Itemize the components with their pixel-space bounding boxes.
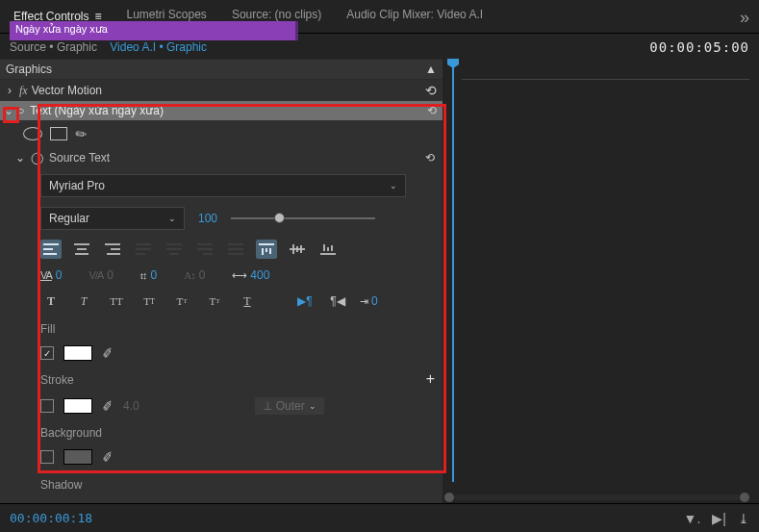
eyedropper-icon[interactable]: ✐ — [101, 397, 115, 415]
row-vector-motion[interactable]: › fx Vector Motion ⟲ — [0, 79, 443, 101]
underline-button[interactable]: T — [237, 291, 258, 311]
ruler-timecode: 00:00:05:00 — [649, 39, 749, 55]
leading-field[interactable]: A↕ 0 — [184, 268, 205, 282]
baseline-field[interactable]: t↕ 0 — [140, 268, 157, 282]
chevron-down-icon: ⌄ — [390, 181, 397, 190]
allcaps-button[interactable]: TT — [106, 291, 127, 311]
reset-icon[interactable]: ⟲ — [427, 104, 437, 117]
tsume-field[interactable]: ⟷ 400 — [232, 268, 269, 282]
export-icon[interactable]: ⤓ — [738, 511, 749, 526]
current-timecode[interactable]: 00:00:00:18 — [10, 511, 92, 525]
stroke-checkbox[interactable] — [40, 399, 54, 413]
source-label: Source — [10, 40, 46, 54]
justify-center-button[interactable] — [164, 240, 185, 259]
collapse-up-icon[interactable]: ▲ — [425, 63, 437, 76]
subscript-button[interactable]: TT — [204, 291, 225, 311]
ellipse-mask-icon[interactable] — [23, 127, 42, 140]
background-section-label: Background — [40, 426, 435, 440]
italic-button[interactable]: T — [73, 291, 94, 311]
valign-center-button[interactable] — [287, 240, 308, 259]
align-right-button[interactable] — [102, 240, 123, 259]
pen-mask-icon[interactable]: ✎ — [71, 124, 89, 143]
justify-left-button[interactable] — [133, 240, 154, 259]
valign-bottom-button[interactable] — [317, 240, 339, 259]
panel-overflow-icon[interactable]: » — [740, 13, 749, 22]
collapse-caret-icon[interactable]: ⌄ — [4, 104, 12, 117]
font-family-dropdown[interactable]: Myriad Pro⌄ — [40, 174, 406, 197]
stroke-swatch[interactable] — [63, 398, 92, 414]
sequence-name[interactable]: Video A.I — [110, 40, 156, 54]
filter-icon[interactable]: ▼. — [684, 511, 701, 526]
text-properties-panel: ✎ ⌄ ◯ Source Text ⟲ Myriad Pro⌄ Regular⌄… — [0, 120, 443, 511]
superscript-button[interactable]: TT — [171, 291, 192, 311]
stroke-width-value[interactable]: 4.0 — [123, 399, 139, 413]
row-text-effect[interactable]: ⌄ ○ Text (Ngày xửa ngày xưa) ⟲ — [0, 101, 443, 120]
background-checkbox[interactable] — [40, 450, 54, 464]
font-style-dropdown[interactable]: Regular⌄ — [40, 207, 185, 230]
font-size-slider[interactable] — [231, 217, 375, 219]
collapse-caret-icon[interactable]: ⌄ — [15, 151, 23, 165]
keyframe-nav-icon[interactable]: ▶| — [712, 511, 726, 526]
text-effect-label: Text (Ngày xửa ngày xưa) — [30, 104, 164, 117]
stroke-mode-dropdown[interactable]: ⊥Outer⌄ — [255, 397, 324, 415]
rect-mask-icon[interactable] — [50, 127, 67, 140]
align-row — [40, 240, 435, 259]
playhead-handle-icon[interactable] — [447, 59, 459, 68]
fx-badge-icon: fx — [19, 84, 28, 98]
ltr-button[interactable]: ▶¶ — [294, 291, 316, 311]
timeline-zoom-scrollbar[interactable] — [444, 492, 749, 503]
smallcaps-button[interactable]: TT — [139, 291, 160, 311]
add-stroke-button[interactable]: + — [426, 370, 435, 388]
scroll-cap-left[interactable] — [444, 493, 454, 502]
expand-caret-icon[interactable]: › — [6, 84, 13, 97]
eyedropper-icon[interactable]: ✐ — [101, 448, 115, 466]
vector-motion-label: Vector Motion — [32, 84, 102, 97]
reset-icon[interactable]: ⟲ — [425, 151, 435, 165]
mini-timeline[interactable]: Ngày xửa ngày xưa — [443, 59, 759, 511]
stopwatch-icon[interactable]: ◯ — [31, 151, 43, 165]
rtl-button[interactable]: ¶◀ — [327, 291, 348, 311]
playhead[interactable] — [452, 59, 454, 482]
chevron-down-icon: ⌄ — [168, 214, 176, 223]
timeline-clip[interactable]: Ngày xửa ngày xưa — [10, 21, 298, 40]
kerning-field[interactable]: V/A 0 — [89, 268, 114, 282]
background-swatch[interactable] — [63, 449, 92, 465]
timeline-ruler[interactable] — [462, 59, 749, 80]
tab-audio-mixer[interactable]: Audio Clip Mixer: Video A.I — [342, 6, 487, 29]
eyedropper-icon[interactable]: ✐ — [101, 344, 115, 362]
fill-checkbox[interactable] — [40, 346, 54, 360]
stroke-section-label: Stroke — [40, 373, 74, 387]
fill-section-label: Fill — [40, 322, 435, 336]
justify-full-button[interactable] — [225, 240, 246, 259]
reset-icon[interactable]: ⟲ — [425, 83, 437, 98]
scroll-cap-right[interactable] — [740, 493, 749, 502]
align-center-button[interactable] — [71, 240, 92, 259]
justify-right-button[interactable] — [194, 240, 215, 259]
sequence-item[interactable]: Graphic — [166, 40, 207, 54]
valign-top-button[interactable] — [256, 240, 277, 259]
bold-button[interactable]: T — [40, 291, 62, 311]
row-graphics[interactable]: Graphics ▲ — [0, 59, 443, 79]
graphics-label: Graphics — [6, 63, 52, 76]
source-clip-name: Graphic — [57, 40, 97, 54]
source-text-label: Source Text — [49, 151, 110, 165]
indent-field[interactable]: ⇥ 0 — [360, 294, 378, 308]
align-left-button[interactable] — [40, 240, 62, 259]
font-size-value[interactable]: 100 — [198, 212, 217, 225]
panel-footer: 00:00:00:18 ▼. ▶| ⤓ — [0, 503, 759, 532]
fill-swatch[interactable] — [63, 345, 92, 361]
tracking-field[interactable]: VA 0 — [40, 268, 63, 282]
shadow-section-label: Shadow — [40, 478, 435, 492]
